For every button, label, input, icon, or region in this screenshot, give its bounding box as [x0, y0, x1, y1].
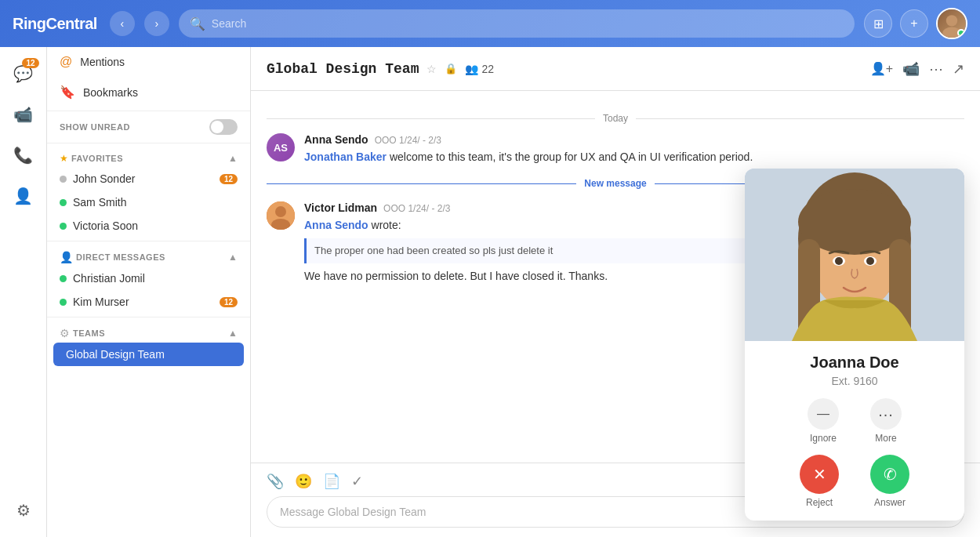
ignore-circle: — — [808, 398, 839, 430]
caller-photo-svg — [745, 169, 964, 341]
kim-badge: 12 — [220, 297, 238, 307]
bookmarks-item[interactable]: 🔖 Bookmarks — [47, 77, 250, 107]
victor-main-text: We have no permission to delete. But I h… — [304, 270, 608, 282]
chat-title: Global Design Team — [267, 61, 419, 77]
teams-collapse-icon[interactable]: ▲ — [228, 328, 238, 339]
mentions-item[interactable]: @ Mentions — [47, 47, 250, 77]
anna-msg-body: welcome to this team, it's the group for… — [390, 151, 753, 163]
team-global-design-name: Global Design Team — [66, 348, 165, 361]
today-divider: Today — [267, 113, 964, 124]
favorites-section: ★ FAVORITES ▲ — [47, 147, 250, 167]
lock-icon: 🔒 — [445, 63, 457, 74]
team-global-design[interactable]: Global Design Team — [53, 343, 244, 366]
victor-name: Victor Lidman — [304, 201, 377, 214]
anna-msg-header: Anna Sendo OOO 1/24/ - 2/3 — [304, 133, 964, 146]
dm-collapse-icon[interactable]: ▲ — [228, 252, 238, 263]
christian-status — [60, 275, 67, 282]
online-status-dot — [957, 29, 965, 37]
call-secondary-actions: — Ignore ··· More — [757, 398, 952, 444]
add-button[interactable]: + — [900, 9, 928, 38]
sidebar-item-chat[interactable]: 💬 12 — [6, 56, 41, 91]
star-icon[interactable]: ☆ — [426, 63, 437, 75]
text-format-icon[interactable]: 📄 — [323, 473, 340, 490]
contact-victoria-soon[interactable]: Victoria Soon — [47, 214, 250, 238]
answer-icon: ✆ — [884, 465, 897, 484]
bookmarks-label: Bookmarks — [83, 86, 138, 99]
message-anna: AS Anna Sendo OOO 1/24/ - 2/3 Jonathan B… — [267, 133, 964, 165]
icon-bar: 💬 12 📹 📞 👤 ⚙ — [0, 47, 47, 537]
answer-circle: ✆ — [870, 455, 909, 494]
user-avatar[interactable] — [936, 8, 967, 39]
back-button[interactable]: ‹ — [110, 11, 135, 36]
ignore-button[interactable]: — Ignore — [808, 398, 839, 444]
john-sonder-badge: 12 — [220, 174, 238, 184]
sidebar: @ Mentions 🔖 Bookmarks SHOW UNREAD ★ FAV… — [47, 47, 251, 537]
settings-icon: ⚙ — [16, 501, 31, 520]
grid-icon: ⊞ — [873, 16, 884, 31]
teams-label: TEAMS — [73, 328, 105, 338]
teams-section: ⚙ TEAMS ▲ — [47, 321, 250, 343]
today-label: Today — [603, 113, 628, 124]
contact-sam-smith[interactable]: Sam Smith — [47, 190, 250, 214]
reject-label: Reject — [806, 497, 833, 508]
more-options-icon[interactable]: ⋯ — [929, 60, 943, 78]
svg-point-15 — [866, 257, 874, 265]
favorites-star-icon: ★ — [60, 153, 68, 164]
sidebar-item-settings[interactable]: ⚙ — [6, 493, 41, 528]
chat-header: Global Design Team ☆ 🔒 👥 22 👤+ 📹 ⋯ ↗ — [251, 47, 980, 91]
topbar-actions: ⊞ + — [864, 8, 967, 39]
app-logo: RingCentral — [13, 15, 97, 33]
search-bar[interactable]: 🔍 — [179, 9, 855, 38]
emoji-icon[interactable]: 🙂 — [295, 473, 312, 490]
more-circle: ··· — [870, 398, 902, 430]
christian-name: Christian Jomil — [73, 272, 145, 285]
anna-message-content: Anna Sendo OOO 1/24/ - 2/3 Jonathan Bake… — [304, 133, 964, 165]
member-icon: 👥 — [465, 63, 478, 75]
bookmarks-icon: 🔖 — [60, 85, 75, 100]
grid-button[interactable]: ⊞ — [864, 9, 892, 38]
answer-button[interactable]: ✆ Answer — [870, 455, 909, 508]
task-icon[interactable]: ✓ — [351, 473, 363, 490]
victoria-soon-name: Victoria Soon — [73, 220, 138, 232]
victor-time: OOO 1/24/ - 2/3 — [383, 203, 450, 214]
more-button[interactable]: ··· More — [870, 398, 902, 444]
jonathan-baker-link[interactable]: Jonathan Baker — [304, 151, 387, 163]
show-unread-toggle[interactable] — [209, 119, 238, 135]
forward-button[interactable]: › — [144, 11, 169, 36]
call-overlay: Joanna Doe Ext. 9160 — Ignore ··· More — [745, 169, 964, 521]
contact-john-sonder[interactable]: John Sonder 12 — [47, 167, 250, 190]
topbar: RingCentral ‹ › 🔍 ⊞ + — [0, 0, 980, 47]
svg-point-0 — [946, 15, 957, 26]
sam-smith-name: Sam Smith — [73, 196, 126, 209]
divider-2 — [47, 143, 250, 143]
kim-name: Kim Murser — [73, 296, 129, 308]
show-unread-row: SHOW UNREAD — [47, 114, 250, 140]
anna-sendo-quote-link[interactable]: Anna Sendo — [304, 219, 368, 231]
expand-icon[interactable]: ↗ — [953, 60, 964, 78]
search-input[interactable] — [212, 17, 844, 30]
dm-person-icon: 👤 — [60, 251, 73, 263]
sidebar-item-video[interactable]: 📹 — [6, 97, 41, 132]
video-call-icon[interactable]: 📹 — [902, 60, 920, 78]
contacts-icon: 👤 — [13, 187, 33, 205]
svg-point-14 — [835, 257, 843, 265]
main-layout: 💬 12 📹 📞 👤 ⚙ @ Mentions 🔖 Bookmarks — [0, 47, 980, 537]
attachment-icon[interactable]: 📎 — [267, 473, 284, 490]
sidebar-item-contacts[interactable]: 👤 — [6, 179, 41, 213]
sam-smith-status — [60, 199, 67, 206]
kim-status — [60, 299, 67, 306]
divider-1 — [47, 111, 250, 111]
reject-button[interactable]: ✕ Reject — [800, 455, 839, 508]
call-primary-actions: ✕ Reject ✆ Answer — [757, 455, 952, 508]
sidebar-item-phone[interactable]: 📞 — [6, 138, 41, 172]
victor-avatar — [267, 201, 295, 230]
mentions-label: Mentions — [80, 56, 125, 68]
chat-area: Global Design Team ☆ 🔒 👥 22 👤+ 📹 ⋯ ↗ Tod… — [251, 47, 980, 537]
dm-label: DIRECT MESSAGES — [76, 252, 165, 262]
anna-avatar: AS — [267, 133, 295, 161]
contact-kim-murser[interactable]: Kim Murser 12 — [47, 290, 250, 314]
favorites-collapse-icon[interactable]: ▲ — [228, 153, 238, 164]
caller-ext: Ext. 9160 — [757, 375, 952, 387]
contact-christian-jomil[interactable]: Christian Jomil — [47, 267, 250, 290]
add-member-icon[interactable]: 👤+ — [870, 61, 893, 76]
